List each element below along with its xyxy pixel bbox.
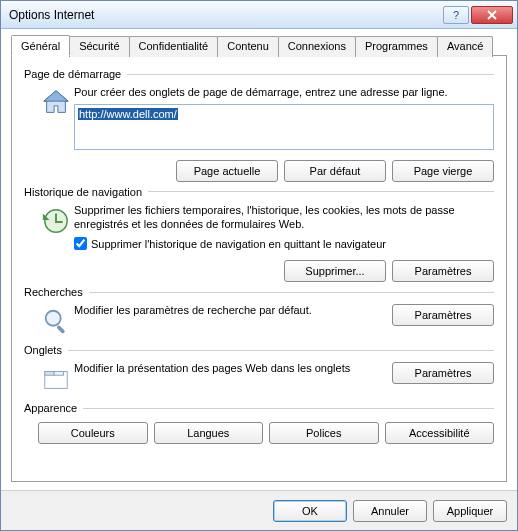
group-title-tabs: Onglets (24, 344, 62, 356)
tab-advanced[interactable]: Avancé (437, 36, 494, 57)
divider (148, 191, 494, 192)
tabs-desc: Modifier la présentation des pages Web d… (74, 362, 384, 376)
divider (83, 408, 494, 409)
use-blank-button[interactable]: Page vierge (392, 160, 494, 182)
svg-marker-1 (44, 91, 68, 101)
options-window: Options Internet ? Général Sécurité Conf… (0, 0, 518, 531)
delete-on-exit-label: Supprimer l'historique de navigation en … (91, 238, 386, 250)
homepage-url-input[interactable]: http://www.dell.com/ (74, 104, 494, 150)
svg-rect-4 (56, 325, 65, 334)
history-settings-button[interactable]: Paramètres (392, 260, 494, 282)
history-icon (38, 204, 74, 251)
homepage-desc: Pour créer des onglets de page de démarr… (74, 86, 494, 100)
colors-button[interactable]: Couleurs (38, 422, 148, 444)
cancel-button[interactable]: Annuler (353, 500, 427, 522)
group-title-search: Recherches (24, 286, 83, 298)
group-title-history: Historique de navigation (24, 186, 142, 198)
dialog-footer: OK Annuler Appliquer (1, 490, 517, 530)
svg-point-3 (46, 311, 61, 326)
home-icon (38, 86, 74, 150)
delete-on-exit-checkbox[interactable] (74, 237, 87, 250)
accessibility-button[interactable]: Accessibilité (385, 422, 495, 444)
tab-security[interactable]: Sécurité (69, 36, 129, 57)
svg-rect-7 (54, 372, 63, 376)
search-icon (38, 304, 74, 336)
search-desc: Modifier les paramètres de recherche par… (74, 304, 384, 318)
group-title-homepage: Page de démarrage (24, 68, 121, 80)
help-button[interactable]: ? (443, 6, 469, 24)
close-icon (487, 10, 497, 20)
titlebar: Options Internet ? (1, 1, 517, 29)
search-settings-button[interactable]: Paramètres (392, 304, 494, 326)
history-desc: Supprimer les fichiers temporaires, l'hi… (74, 204, 494, 232)
window-title: Options Internet (9, 8, 441, 22)
tab-panel-general: Page de démarrage Pour créer des onglets… (11, 55, 507, 482)
tab-general[interactable]: Général (11, 35, 70, 56)
group-title-appearance: Apparence (24, 402, 77, 414)
apply-button[interactable]: Appliquer (433, 500, 507, 522)
tabs-icon (38, 362, 74, 394)
tab-strip: Général Sécurité Confidentialité Contenu… (11, 35, 507, 56)
tabs-settings-button[interactable]: Paramètres (392, 362, 494, 384)
svg-rect-6 (45, 372, 54, 376)
use-default-button[interactable]: Par défaut (284, 160, 386, 182)
delete-history-button[interactable]: Supprimer... (284, 260, 386, 282)
divider (89, 292, 494, 293)
divider (127, 74, 494, 75)
client-area: Général Sécurité Confidentialité Contenu… (1, 29, 517, 490)
close-button[interactable] (471, 6, 513, 24)
use-current-button[interactable]: Page actuelle (176, 160, 278, 182)
tab-content[interactable]: Contenu (217, 36, 279, 57)
divider (68, 350, 494, 351)
ok-button[interactable]: OK (273, 500, 347, 522)
languages-button[interactable]: Langues (154, 422, 264, 444)
fonts-button[interactable]: Polices (269, 422, 379, 444)
tab-programs[interactable]: Programmes (355, 36, 438, 57)
tab-connections[interactable]: Connexions (278, 36, 356, 57)
tab-privacy[interactable]: Confidentialité (129, 36, 219, 57)
